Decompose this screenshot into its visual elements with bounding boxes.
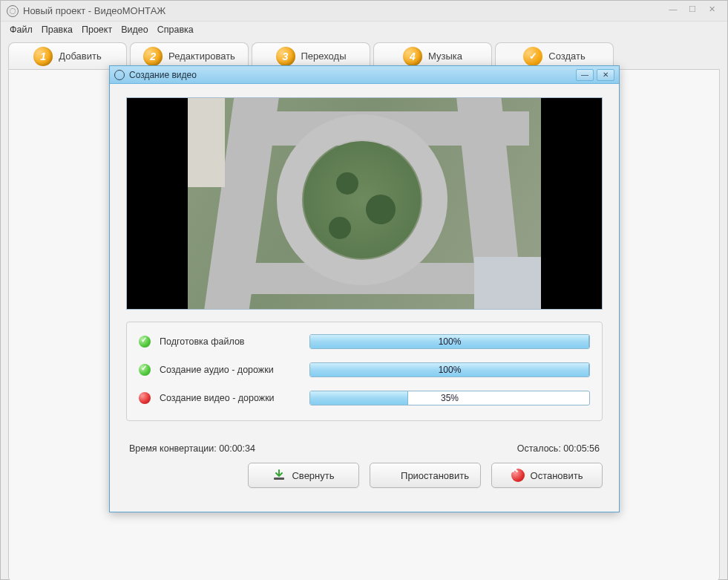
progress-label-video: Создание видео - дорожки — [160, 393, 301, 403]
time-row: Время конвертации: 00:00:34 Осталось: 00… — [126, 443, 603, 454]
progress-row-prepare: Подготовка файлов 100% — [139, 334, 590, 349]
menu-edit[interactable]: Правка — [42, 25, 73, 35]
menu-video[interactable]: Видео — [121, 25, 148, 35]
stop-icon — [511, 469, 525, 482]
minimize-button-label: Свернуть — [292, 470, 334, 481]
pause-button-label: Приостановить — [401, 470, 469, 481]
tab-add-label: Добавить — [59, 50, 101, 62]
tab-create-label: Создать — [548, 50, 585, 62]
stop-button-label: Остановить — [531, 470, 583, 481]
main-titlebar: Новый проект - ВидеоМОНТАЖ — ☐ ✕ — [1, 1, 727, 22]
dialog-title: Создание видео — [129, 70, 197, 80]
menu-help[interactable]: Справка — [157, 25, 194, 35]
progress-bar-video: 35% — [309, 391, 590, 405]
minimize-button[interactable]: Свернуть — [248, 463, 359, 488]
video-preview — [126, 97, 603, 310]
progress-text-audio: 100% — [310, 365, 589, 375]
pause-icon — [381, 469, 395, 482]
step-check-icon: ✓ — [523, 47, 542, 66]
main-minimize-button[interactable]: — — [663, 4, 683, 18]
progress-label-prepare: Подготовка файлов — [160, 336, 301, 347]
step-1-icon: 1 — [33, 47, 53, 66]
time-elapsed: Время конвертации: 00:00:34 — [129, 443, 255, 454]
main-maximize-button[interactable]: ☐ — [683, 4, 702, 18]
stop-button[interactable]: Остановить — [491, 463, 603, 488]
step-2-icon: 2 — [143, 47, 163, 66]
check-ok-icon — [139, 336, 151, 348]
svg-rect-0 — [274, 478, 284, 480]
progress-label-audio: Создание аудио - дорожки — [160, 365, 301, 375]
step-3-icon: 3 — [276, 47, 295, 66]
progress-text-prepare: 100% — [310, 336, 589, 347]
pause-button[interactable]: Приостановить — [370, 463, 481, 488]
dialog-minimize-button[interactable]: — — [576, 69, 594, 81]
progress-row-audio: Создание аудио - дорожки 100% — [139, 362, 590, 377]
tab-transitions-label: Переходы — [301, 50, 347, 62]
progress-bar-prepare: 100% — [309, 334, 590, 349]
progress-bar-audio: 100% — [309, 362, 590, 377]
time-remaining: Осталось: 00:05:56 — [517, 443, 600, 454]
tab-edit-label: Редактировать — [168, 50, 235, 62]
dialog-app-icon — [114, 70, 125, 80]
dialog-button-row: Свернуть Приостановить Остановить — [126, 463, 603, 488]
status-active-icon — [139, 392, 151, 404]
menu-file[interactable]: Файл — [10, 25, 33, 35]
tab-music-label: Музыка — [428, 50, 462, 62]
check-ok-icon — [139, 364, 151, 376]
app-icon — [7, 5, 19, 17]
step-4-icon: 4 — [403, 47, 422, 66]
dialog-titlebar: Создание видео — ✕ — [110, 66, 619, 84]
progress-text-video: 35% — [310, 393, 589, 403]
menubar: Файл Правка Проект Видео Справка — [1, 22, 727, 38]
main-close-button[interactable]: ✕ — [702, 4, 721, 18]
progress-row-video: Создание видео - дорожки 35% — [139, 391, 590, 405]
progress-panel: Подготовка файлов 100% Создание аудио - … — [126, 322, 603, 421]
dialog-close-button[interactable]: ✕ — [597, 69, 614, 81]
main-window-title: Новый проект - ВидеоМОНТАЖ — [23, 5, 165, 16]
menu-project[interactable]: Проект — [82, 25, 112, 35]
create-video-dialog: Создание видео — ✕ — [109, 65, 620, 512]
minimize-icon — [272, 469, 286, 482]
